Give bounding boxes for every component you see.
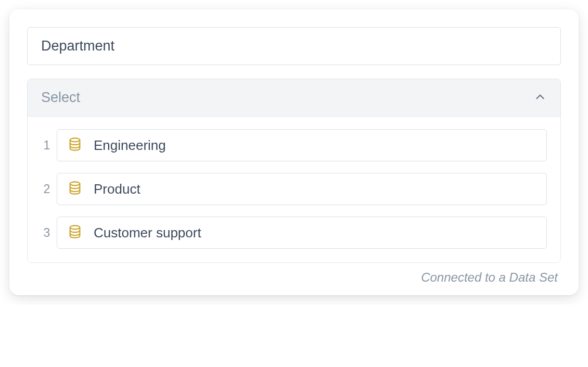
option-customer-support[interactable]: Customer support <box>57 217 547 249</box>
svg-point-2 <box>70 225 80 229</box>
department-field-label[interactable]: Department <box>27 27 561 65</box>
form-card: Department Select 1 <box>9 9 579 295</box>
option-label: Customer support <box>94 225 201 241</box>
connected-dataset-note: Connected to a Data Set <box>27 270 561 285</box>
database-icon <box>68 137 82 154</box>
option-row: 2 Product <box>37 173 547 205</box>
option-index: 3 <box>37 226 57 240</box>
svg-point-0 <box>70 138 80 142</box>
chevron-up-icon <box>533 90 547 106</box>
department-dropdown: Select 1 <box>27 79 561 263</box>
option-engineering[interactable]: Engineering <box>57 129 547 161</box>
dropdown-options-list: 1 Engineering 2 <box>28 117 560 262</box>
option-row: 3 Customer support <box>37 217 547 249</box>
option-label: Product <box>94 181 140 197</box>
option-label: Engineering <box>94 137 166 154</box>
option-index: 1 <box>37 138 57 153</box>
database-icon <box>68 224 82 241</box>
option-index: 2 <box>37 182 57 196</box>
dropdown-placeholder: Select <box>41 90 80 106</box>
option-row: 1 Engineering <box>37 129 547 161</box>
option-product[interactable]: Product <box>57 173 547 205</box>
database-icon <box>68 181 82 197</box>
field-label-text: Department <box>41 38 114 54</box>
dropdown-toggle[interactable]: Select <box>28 79 560 117</box>
svg-point-1 <box>70 182 80 185</box>
